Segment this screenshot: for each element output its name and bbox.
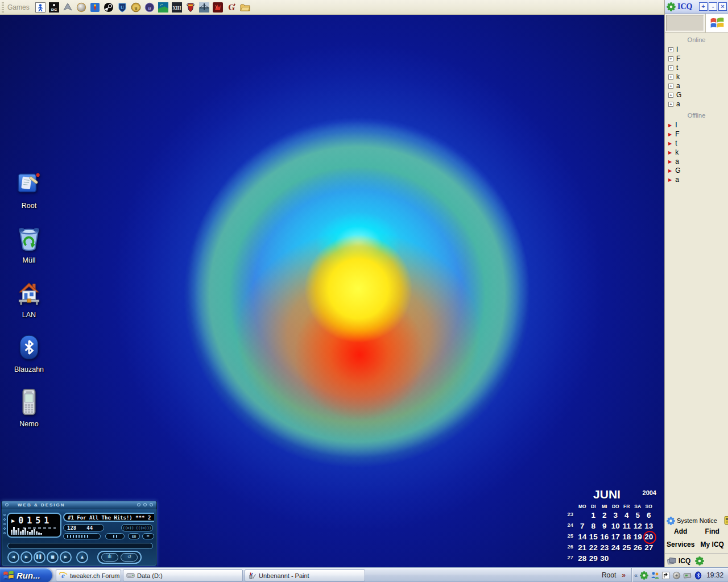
day-header: MI [599,502,610,510]
desktop-icon-root[interactable]: Root [6,169,52,210]
find-button[interactable]: Find [697,527,728,541]
desktop-icon-muell[interactable]: Müll [6,224,52,264]
island-landscape-icon[interactable] [158,2,168,13]
start-button[interactable]: Run... [0,568,52,582]
contact-group-online[interactable]: +k [665,72,728,81]
next-button[interactable]: ▶ [60,551,72,563]
taskbar-clock[interactable]: 19:32 [706,571,723,579]
expand-icon[interactable]: + [668,84,673,89]
chevron-left-icon[interactable]: « [634,572,638,579]
balance-slider[interactable] [105,533,125,539]
contact-offline[interactable]: ▶F [665,130,728,139]
contact-group-online[interactable]: +t [665,63,728,72]
icq-titlebar[interactable]: ICQ + - × [665,0,728,14]
contact-offline[interactable]: ▶a [665,157,728,166]
close-button[interactable]: × [718,2,727,11]
expand-icon[interactable]: + [668,74,673,80]
track-title-display[interactable]: #1 For All The Hits!) *** 2 [63,513,154,522]
expand-icon[interactable]: + [668,56,673,61]
steam-icon[interactable] [104,2,114,13]
dig-icon[interactable]: DIG [49,2,59,13]
pause-button[interactable]: ▌▌ [34,551,46,563]
track-title: #1 For All The Hits!) *** 2 [68,515,151,521]
tray-volume-icon[interactable] [672,571,681,580]
system-notice-row[interactable]: System Notice [665,514,728,527]
desktop: Games DIG U u u XIII G Root Müll LAN [0,0,728,582]
folder-icon[interactable] [240,2,250,13]
desktop-icon-lan[interactable]: LAN [6,278,52,319]
expand-icon[interactable]: + [668,65,673,70]
taskbar-task-drive[interactable]: Data (D:) [123,569,243,581]
stop-icon: ■ [48,552,57,562]
offline-flag-icon: ▶ [668,141,672,146]
player-titlebar[interactable]: WEB & DESIGN [2,501,156,509]
contact-offline[interactable]: ▶k [665,148,728,157]
expand-icon[interactable]: + [668,102,673,107]
contact-offline[interactable]: ▶t [665,139,728,148]
icq-status-flower-icon[interactable] [695,556,704,566]
gothic-g-icon[interactable]: G [226,2,237,13]
contact-group-online[interactable]: +a [665,99,728,109]
minimize-button[interactable]: - [709,2,717,11]
contact-offline[interactable]: ▶G [665,166,728,175]
xiii-icon[interactable]: XIII [172,2,182,13]
spectrum-analyzer[interactable] [11,526,43,535]
play-button[interactable]: ▶ [20,551,32,563]
expand-icon[interactable]: + [668,93,673,98]
tray-users-icon[interactable] [650,571,660,580]
calendar-day [621,554,632,564]
eject-icon: ▲ [77,552,87,562]
icq-search-slot[interactable] [666,15,704,31]
titlebar-dot-icon [5,503,9,506]
bridge-photo-icon[interactable] [199,2,209,13]
shade-dot-icon[interactable] [143,503,147,506]
tray-card-icon[interactable] [682,571,692,580]
previous-button[interactable]: ◀ [7,551,19,563]
volume-slider[interactable] [63,533,101,539]
expand-icon[interactable]: + [668,47,673,52]
add-button[interactable]: Add [665,527,697,541]
time-display[interactable]: ▶ 0151 [7,513,61,538]
my-icq-button[interactable]: My ICQ [697,541,728,554]
desktop-icon-nemo[interactable]: Nemo [6,388,52,428]
xiii-text: XIII [172,5,181,10]
minimize-dot-icon[interactable] [137,503,140,506]
arcade-game-icon[interactable] [90,2,100,13]
calendar-day: 11 [621,521,632,532]
shuffle-button[interactable]: ılı [101,553,118,562]
contact-offline[interactable]: ▶a [665,175,728,184]
counter-strike-icon[interactable] [35,2,46,13]
taskbar-task-browser[interactable]: e tweaker.ch Forum | Of... [56,569,121,581]
tray-window-icon[interactable] [661,571,671,580]
mobile-phone-icon [15,408,43,418]
u-shield-icon[interactable]: U [117,2,127,13]
services-button[interactable]: Services [665,541,697,554]
repeat-button[interactable]: ↺ [121,553,138,562]
chevron-right-icon[interactable]: » [622,571,626,579]
seek-bar[interactable] [7,543,153,549]
crest-shield-icon[interactable] [185,2,196,13]
contact-offline[interactable]: ▶I [665,120,728,130]
jet-fighter-icon[interactable] [63,2,73,13]
playlist-button[interactable]: ≡ [142,533,154,539]
taskbar-task-paint[interactable]: Unbenannt - Paint [245,569,365,581]
close-dot-icon[interactable] [150,503,153,506]
gold-coin-u-icon[interactable]: u [131,2,141,13]
toolbar-drag-handle[interactable] [2,2,4,13]
stop-button[interactable]: ■ [47,551,59,563]
red-tile-icon[interactable] [213,2,223,13]
contact-group-online[interactable]: +I [665,45,728,54]
purple-coin-u-icon[interactable]: u [144,2,155,13]
desktop-icon-blauzahn[interactable]: Blauzahn [6,333,52,373]
contact-group-online[interactable]: +a [665,81,728,90]
contact-group-online[interactable]: +G [665,90,728,99]
icq-menu-button[interactable]: ICQ [679,557,690,565]
maximize-button[interactable]: + [699,2,708,11]
tray-icq-flower-icon[interactable] [639,571,649,580]
tray-bluetooth-icon[interactable] [693,571,703,580]
sphere-icon[interactable] [76,2,86,13]
previous-icon: ◀ [9,552,18,562]
contact-group-online[interactable]: +F [665,54,728,63]
equalizer-button[interactable]: EQ [128,533,140,539]
eject-button[interactable]: ▲ [76,551,88,563]
